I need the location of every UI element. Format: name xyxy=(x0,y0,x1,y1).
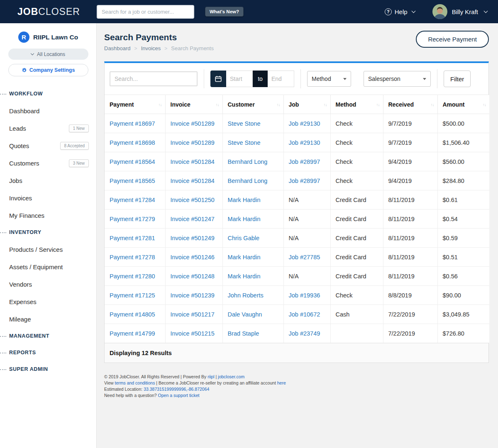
sidebar-item-mileage[interactable]: Mileage xyxy=(0,310,96,328)
invoice-link[interactable]: Invoice #501249 xyxy=(165,229,222,248)
sidebar-item-expenses[interactable]: Expenses xyxy=(0,293,96,310)
sidebar-item-dashboard[interactable]: Dashboard xyxy=(0,102,96,119)
invoice-link[interactable]: Invoice #501248 xyxy=(165,267,222,286)
sidebar-item-leads[interactable]: Leads1 New xyxy=(0,119,96,137)
sidebar-item-my-finances[interactable]: My Finances xyxy=(0,207,96,224)
invoice-link[interactable]: Invoice #501215 xyxy=(165,324,222,343)
jobcloser-link[interactable]: jobcloser.com xyxy=(218,374,244,379)
column-header-invoice[interactable]: Invoice↑↓ xyxy=(165,95,222,114)
sort-icon[interactable]: ↑↓ xyxy=(159,102,162,107)
invoice-link[interactable]: Invoice #501289 xyxy=(165,133,222,152)
customer-link[interactable]: John Roberts xyxy=(222,286,283,305)
breadcrumb-invoices[interactable]: Invoices xyxy=(141,45,161,51)
sort-icon[interactable]: ↑↓ xyxy=(431,102,434,107)
sidebar-item-customers[interactable]: Customers3 New xyxy=(0,154,96,172)
invoice-link[interactable]: Invoice #501289 xyxy=(165,114,222,133)
invoice-link[interactable]: Invoice #501284 xyxy=(165,171,222,190)
end-date-input[interactable] xyxy=(268,71,294,87)
sort-icon[interactable]: ↑↓ xyxy=(483,102,486,107)
sidebar-section-super-admin[interactable]: SUPER ADMIN xyxy=(0,361,96,377)
location-selector[interactable]: All Locations xyxy=(8,49,88,60)
sidebar-item-products-services[interactable]: Products / Services xyxy=(0,241,96,258)
start-date-input[interactable] xyxy=(226,71,253,87)
company-settings-button[interactable]: Company Settings xyxy=(8,64,88,76)
customer-link[interactable]: Mark Hardin xyxy=(222,209,283,229)
customer-link[interactable]: Mark Hardin xyxy=(222,190,283,209)
invoice-link[interactable]: Invoice #501247 xyxy=(165,209,222,229)
sort-icon[interactable]: ↑↓ xyxy=(216,102,219,107)
job-link[interactable]: Job #29130 xyxy=(283,114,330,133)
whats-new-button[interactable]: What's New? xyxy=(205,7,244,17)
affiliate-here-link[interactable]: here xyxy=(277,380,286,385)
sort-icon[interactable]: ↑↓ xyxy=(324,102,327,107)
job-link[interactable]: Job #27785 xyxy=(283,248,330,267)
job-link[interactable]: Job #10672 xyxy=(283,305,330,324)
column-header-payment[interactable]: Payment↑↓ xyxy=(105,95,165,114)
payment-link[interactable]: Payment #17280 xyxy=(105,267,165,286)
job-link[interactable]: Job #23749 xyxy=(283,324,330,343)
customer-link[interactable]: Dale Vaughn xyxy=(222,305,283,324)
customer-link[interactable]: Steve Stone xyxy=(222,133,283,152)
column-header-method[interactable]: Method↑↓ xyxy=(330,95,383,114)
payment-link[interactable]: Payment #18564 xyxy=(105,152,165,171)
sort-icon[interactable]: ↑↓ xyxy=(277,102,280,107)
payment-link[interactable]: Payment #17278 xyxy=(105,248,165,267)
customer-link[interactable]: Mark Hardin xyxy=(222,248,283,267)
sidebar-item-quotes[interactable]: Quotes8 Accepted xyxy=(0,137,96,154)
column-header-job[interactable]: Job↑↓ xyxy=(283,95,330,114)
customer-link[interactable]: Chris Gable xyxy=(222,229,283,248)
global-search-input[interactable] xyxy=(97,5,194,19)
sidebar-section-reports[interactable]: REPORTS xyxy=(0,344,96,361)
invoice-link[interactable]: Invoice #501239 xyxy=(165,286,222,305)
invoice-link[interactable]: Invoice #501246 xyxy=(165,248,222,267)
app-logo[interactable]: JOBCLOSER xyxy=(17,6,80,17)
sort-icon[interactable]: ↑↓ xyxy=(376,102,380,107)
sidebar-item-invoices[interactable]: Invoices xyxy=(0,189,96,207)
customer-link[interactable]: Bernhard Long xyxy=(222,152,283,171)
payment-link[interactable]: Payment #18697 xyxy=(105,114,165,133)
sidebar-item-assets-equipment[interactable]: Assets / Equipment xyxy=(0,258,96,275)
location-link[interactable]: 33.387315199999996,-86.872064 xyxy=(144,387,209,392)
support-ticket-link[interactable]: Open a support ticket xyxy=(158,393,200,398)
payment-link[interactable]: Payment #14805 xyxy=(105,305,165,324)
payment-link[interactable]: Payment #17125 xyxy=(105,286,165,305)
sidebar-item-vendors[interactable]: Vendors xyxy=(0,275,96,293)
sidebar-item-jobs[interactable]: Jobs xyxy=(0,172,96,189)
payment-link[interactable]: Payment #17279 xyxy=(105,209,165,229)
help-label: Help xyxy=(395,8,408,15)
company-header[interactable]: R RIIPL Lawn Co xyxy=(0,32,96,43)
sidebar-section-workflow[interactable]: WORKFLOW xyxy=(0,85,96,102)
user-menu[interactable]: Billy Kraft xyxy=(432,4,487,19)
payment-link[interactable]: Payment #17284 xyxy=(105,190,165,209)
riipl-link[interactable]: riipl xyxy=(208,374,214,379)
job-link[interactable]: Job #28997 xyxy=(283,171,330,190)
help-menu[interactable]: ? Help xyxy=(385,8,415,15)
salesperson-select[interactable]: Salesperson xyxy=(364,71,431,87)
invoice-link[interactable]: Invoice #501217 xyxy=(165,305,222,324)
filter-search-input[interactable] xyxy=(110,71,198,86)
customer-link[interactable]: Bernhard Long xyxy=(222,171,283,190)
invoice-link[interactable]: Invoice #501250 xyxy=(165,190,222,209)
job-link[interactable]: Job #19936 xyxy=(283,286,330,305)
method-select[interactable]: Method xyxy=(307,71,351,87)
invoice-link[interactable]: Invoice #501284 xyxy=(165,152,222,171)
customer-link[interactable]: Brad Staple xyxy=(222,324,283,343)
column-header-amount[interactable]: Amount↑↓ xyxy=(437,95,489,114)
terms-link[interactable]: terms and conditions xyxy=(115,380,155,385)
column-header-customer[interactable]: Customer↑↓ xyxy=(222,95,283,114)
payment-link[interactable]: Payment #18698 xyxy=(105,133,165,152)
column-header-received[interactable]: Received↑↓ xyxy=(383,95,437,114)
sidebar-section-inventory[interactable]: INVENTORY xyxy=(0,224,96,241)
customer-link[interactable]: Mark Hardin xyxy=(222,267,283,286)
job-link[interactable]: Job #28997 xyxy=(283,152,330,171)
payment-link[interactable]: Payment #14799 xyxy=(105,324,165,343)
filter-button[interactable]: Filter xyxy=(444,71,471,87)
receive-payment-button[interactable]: Receive Payment xyxy=(416,31,489,48)
sidebar-section-management[interactable]: MANAGEMENT xyxy=(0,328,96,344)
payment-link[interactable]: Payment #17281 xyxy=(105,229,165,248)
job-link[interactable]: Job #29130 xyxy=(283,133,330,152)
breadcrumb-dashboard[interactable]: Dashboard xyxy=(104,45,131,51)
payment-link[interactable]: Payment #18565 xyxy=(105,171,165,190)
customer-link[interactable]: Steve Stone xyxy=(222,114,283,133)
calendar-button[interactable] xyxy=(210,71,226,87)
